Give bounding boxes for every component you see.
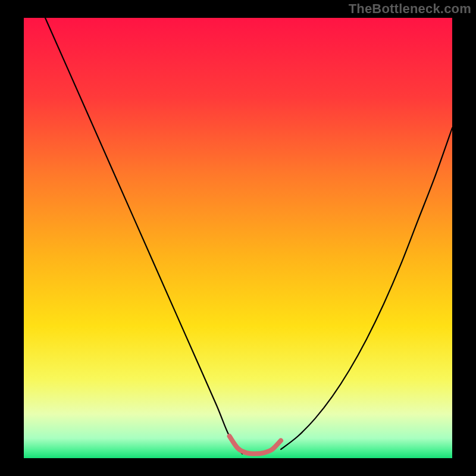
chart-canvas: TheBottleneck.com xyxy=(0,0,476,476)
bottleneck-chart xyxy=(0,0,476,476)
chart-background xyxy=(24,18,452,458)
